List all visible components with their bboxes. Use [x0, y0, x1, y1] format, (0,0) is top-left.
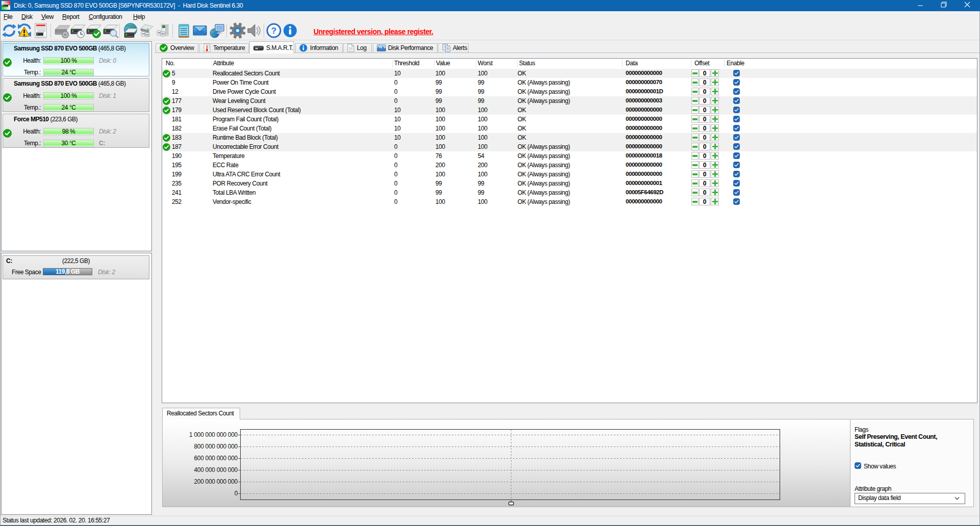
svg-text:?: ? [271, 26, 276, 36]
